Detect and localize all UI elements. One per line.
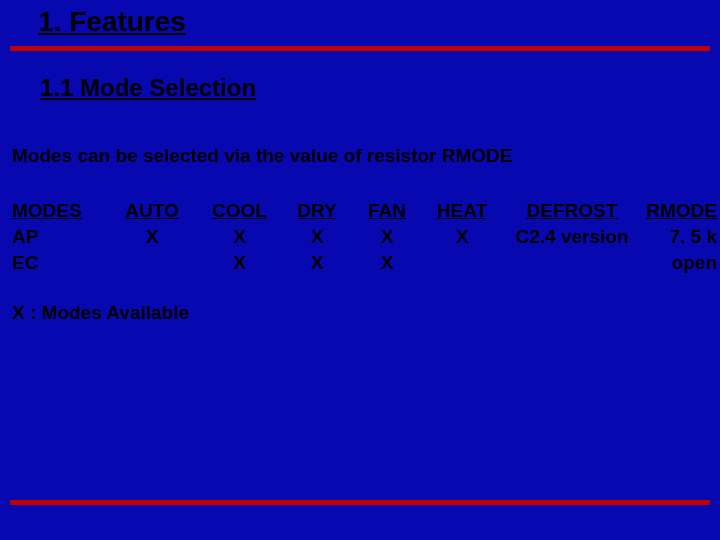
col-header-cool: COOL	[197, 198, 282, 224]
cell-rmode: open	[642, 250, 717, 276]
intro-text: Modes can be selected via the value of r…	[12, 145, 513, 167]
cell-cool: X	[197, 250, 282, 276]
col-header-defrost: DEFROST	[502, 198, 642, 224]
slide: 1. Features 1.1 Mode Selection Modes can…	[0, 0, 720, 540]
subsection-title: 1.1 Mode Selection	[40, 74, 256, 102]
table-row: ECXXXopen	[12, 250, 717, 276]
legend-text: X : Modes Available	[12, 302, 189, 324]
divider-bottom	[10, 500, 710, 505]
cell-heat: X	[422, 224, 502, 250]
col-header-modes: MODES	[12, 198, 107, 224]
row-name: EC	[12, 250, 107, 276]
cell-auto: X	[107, 224, 197, 250]
col-header-fan: FAN	[352, 198, 422, 224]
section-title: 1. Features	[38, 6, 186, 38]
cell-fan: X	[352, 250, 422, 276]
cell-dry: X	[282, 250, 352, 276]
modes-table: MODESAUTOCOOLDRYFANHEATDEFROSTRMODE APXX…	[12, 198, 717, 276]
cell-rmode: 7. 5 k	[642, 224, 717, 250]
cell-defrost: C2.4 version	[502, 224, 642, 250]
cell-fan: X	[352, 224, 422, 250]
col-header-rmode: RMODE	[642, 198, 717, 224]
cell-dry: X	[282, 224, 352, 250]
row-name: AP	[12, 224, 107, 250]
col-header-heat: HEAT	[422, 198, 502, 224]
divider-top	[10, 46, 710, 51]
table-header-row: MODESAUTOCOOLDRYFANHEATDEFROSTRMODE	[12, 198, 717, 224]
col-header-auto: AUTO	[107, 198, 197, 224]
col-header-dry: DRY	[282, 198, 352, 224]
table-row: APXXXXXC2.4 version7. 5 k	[12, 224, 717, 250]
cell-cool: X	[197, 224, 282, 250]
